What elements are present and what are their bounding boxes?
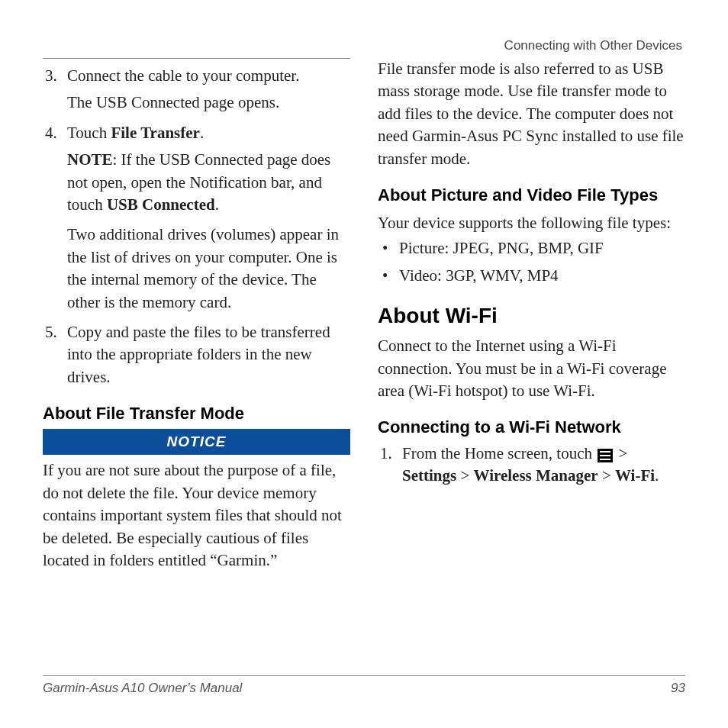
file-type-video: Video: 3GP, WMV, MP4 [378,265,685,287]
wifi-label: Wi-Fi [615,466,655,485]
footer-title: Garmin-Asus A10 Owner’s Manual [43,681,242,696]
file-type-picture: Picture: JPEG, PNG, BMP, GIF [378,237,685,259]
note-label: NOTE [67,150,113,169]
wireless-manager-label: Wireless Manager [474,466,598,485]
page-number: 93 [671,681,685,696]
settings-label: Settings [402,466,456,485]
step-4-note: NOTE: If the USB Connected page does not… [67,149,350,216]
step-4-pre: Touch [67,124,111,142]
heading-file-types: About Picture and Video File Types [378,184,685,208]
file-transfer-intro: File transfer mode is also referred to a… [378,58,685,170]
steps-list: Connect the cable to your computer. The … [43,65,350,388]
right-column: File transfer mode is also referred to a… [378,58,685,579]
heading-connect-wifi: Connecting to a Wi-Fi Network [378,416,685,440]
step-4-bold: File Transfer [111,124,199,142]
gt-2: > [456,466,473,485]
period: . [655,466,659,485]
wifi-step-1: From the Home screen, touch > Settings >… [396,443,685,488]
two-column-layout: Connect the cable to your computer. The … [43,58,685,579]
wifi-steps: From the Home screen, touch > Settings >… [378,443,685,488]
step-3-after: The USB Connected page opens. [67,92,350,114]
step-4-post: . [200,124,204,142]
wifi-step-1-pre: From the Home screen, touch [402,444,596,462]
menu-icon [598,449,613,462]
notice-banner: NOTICE [43,429,350,456]
heading-about-wifi: About Wi-Fi [378,301,685,330]
left-column: Connect the cable to your computer. The … [43,58,350,579]
gt-1: > [619,444,628,462]
file-types-list: Picture: JPEG, PNG, BMP, GIF Video: 3GP,… [378,237,685,287]
heading-file-transfer-mode: About File Transfer Mode [43,402,350,426]
step-3-text: Connect the cable to your computer. [67,66,299,85]
manual-page: Connecting with Other Devices Connect th… [0,0,728,728]
step-4: Touch File Transfer. NOTE: If the USB Co… [61,122,350,314]
step-5: Copy and paste the files to be transferr… [61,321,350,388]
note-bold: USB Connected [107,195,215,214]
file-types-intro: Your device supports the following file … [378,212,685,234]
step-5-text: Copy and paste the files to be transferr… [67,323,330,386]
page-footer: Garmin-Asus A10 Owner’s Manual 93 [43,675,685,696]
notice-text: If you are not sure about the purpose of… [43,459,350,572]
note-end: . [215,195,219,214]
step-4-extra: Two additional drives (volumes) appear i… [67,224,350,314]
gt-3: > [598,466,615,485]
step-3: Connect the cable to your computer. The … [61,65,350,114]
wifi-intro: Connect to the Internet using a Wi-Fi co… [378,335,685,402]
running-header: Connecting with Other Devices [43,38,685,53]
